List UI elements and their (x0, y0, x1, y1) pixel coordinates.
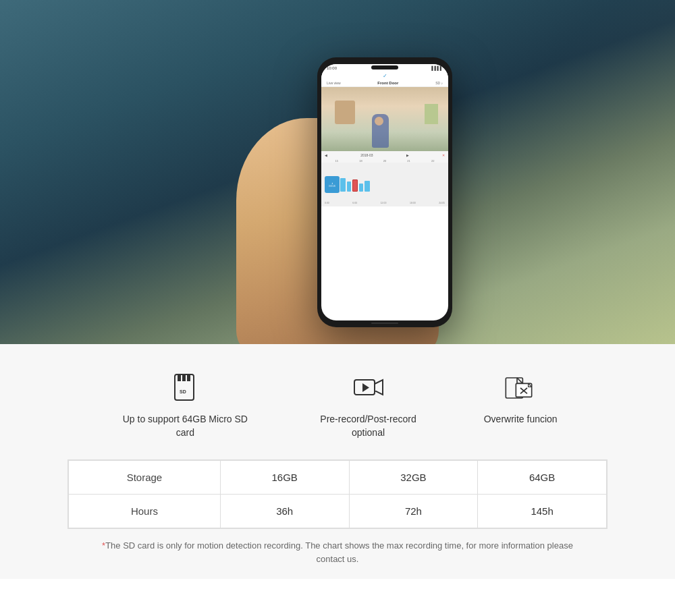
phone-time: 10:00 (327, 66, 337, 70)
sd-card-icon: SD (165, 371, 205, 405)
hours-16gb: 36h (220, 495, 349, 528)
svg-text:SD: SD (180, 389, 186, 394)
storage-64gb: 64GB (478, 461, 607, 495)
svg-rect-1 (178, 374, 181, 381)
hours-row: Hours 36h 72h 145h (69, 495, 607, 528)
hours-64gb: 145h (478, 495, 607, 528)
footnote: *The SD card is only for motion detectio… (101, 539, 574, 565)
storage-16gb: 16GB (220, 461, 349, 495)
hours-32gb: 72h (349, 495, 478, 528)
live-label: Live view (327, 81, 341, 85)
storage-row: Storage 16GB 32GB 64GB (69, 461, 607, 495)
pre-record-label: Pre-record/Post-recordoptional (320, 413, 416, 439)
storage-table: Storage 16GB 32GB 64GB Hours 36h 72h 145… (68, 459, 608, 529)
hours-row-label: Hours (69, 495, 221, 528)
svg-marker-6 (375, 380, 383, 395)
camera-name: Front Door (377, 81, 398, 85)
svg-rect-2 (182, 374, 186, 381)
timeline-date: 2018-03 (360, 153, 373, 157)
hero-section: 10:00 ▐▐ ▌▌ ✓ Live view Front Door SD ♪ (0, 0, 675, 344)
svg-marker-7 (362, 383, 369, 392)
features-icons-row: SD Up to support 64GB Micro SD card Pre-… (68, 371, 608, 439)
features-section: SD Up to support 64GB Micro SD card Pre-… (0, 344, 675, 579)
feature-sd-card: SD Up to support 64GB Micro SD card (117, 371, 252, 439)
svg-rect-3 (187, 374, 190, 381)
sd-card-label: Up to support 64GB Micro SD card (117, 413, 252, 439)
overwrite-icon (500, 371, 541, 405)
storage-32gb: 32GB (349, 461, 478, 495)
phone-icons: SD ♪ (435, 81, 443, 85)
feature-pre-record: Pre-record/Post-recordoptional (320, 371, 416, 439)
overwrite-label: Overwrite funcion (484, 413, 558, 426)
footnote-text: The SD card is only for motion detection… (105, 540, 573, 564)
storage-row-label: Storage (69, 461, 221, 495)
phone-status-icons: ▐▐ ▌▌ (430, 66, 443, 70)
feature-overwrite: Overwrite funcion (484, 371, 558, 439)
video-record-icon (348, 371, 389, 405)
